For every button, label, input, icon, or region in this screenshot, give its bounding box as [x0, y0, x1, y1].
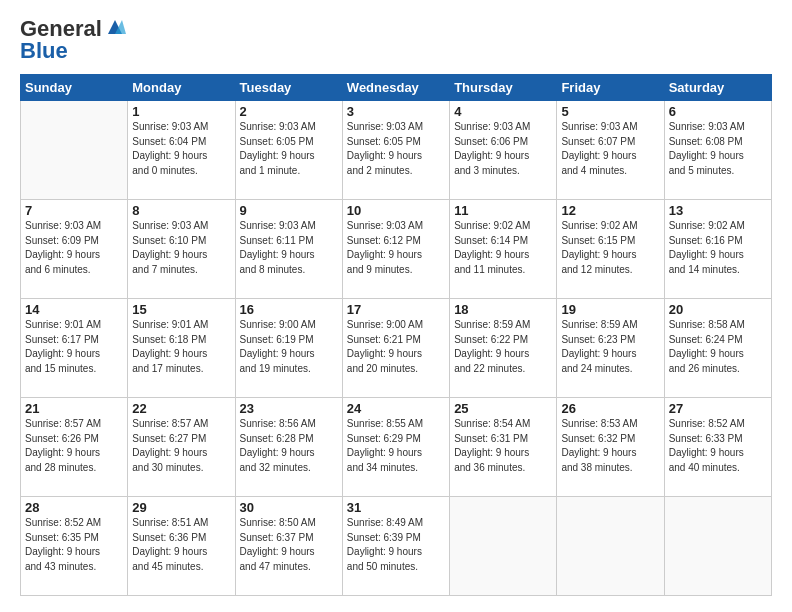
day-header: Saturday [664, 75, 771, 101]
header: General Blue [20, 16, 772, 64]
day-info: Sunrise: 9:03 AMSunset: 6:08 PMDaylight:… [669, 120, 767, 178]
day-number: 11 [454, 203, 552, 218]
day-cell: 29Sunrise: 8:51 AMSunset: 6:36 PMDayligh… [128, 497, 235, 596]
day-info: Sunrise: 9:02 AMSunset: 6:14 PMDaylight:… [454, 219, 552, 277]
day-number: 2 [240, 104, 338, 119]
day-info: Sunrise: 9:03 AMSunset: 6:10 PMDaylight:… [132, 219, 230, 277]
day-number: 29 [132, 500, 230, 515]
day-header: Wednesday [342, 75, 449, 101]
day-info: Sunrise: 9:03 AMSunset: 6:11 PMDaylight:… [240, 219, 338, 277]
day-cell: 24Sunrise: 8:55 AMSunset: 6:29 PMDayligh… [342, 398, 449, 497]
day-info: Sunrise: 9:00 AMSunset: 6:21 PMDaylight:… [347, 318, 445, 376]
week-row: 1Sunrise: 9:03 AMSunset: 6:04 PMDaylight… [21, 101, 772, 200]
day-number: 31 [347, 500, 445, 515]
day-info: Sunrise: 9:02 AMSunset: 6:15 PMDaylight:… [561, 219, 659, 277]
day-number: 22 [132, 401, 230, 416]
day-number: 20 [669, 302, 767, 317]
day-info: Sunrise: 8:55 AMSunset: 6:29 PMDaylight:… [347, 417, 445, 475]
logo: General Blue [20, 16, 126, 64]
day-header: Thursday [450, 75, 557, 101]
day-info: Sunrise: 9:01 AMSunset: 6:18 PMDaylight:… [132, 318, 230, 376]
day-info: Sunrise: 8:58 AMSunset: 6:24 PMDaylight:… [669, 318, 767, 376]
day-cell [21, 101, 128, 200]
header-row: SundayMondayTuesdayWednesdayThursdayFrid… [21, 75, 772, 101]
day-number: 14 [25, 302, 123, 317]
day-number: 24 [347, 401, 445, 416]
day-cell: 27Sunrise: 8:52 AMSunset: 6:33 PMDayligh… [664, 398, 771, 497]
day-cell: 7Sunrise: 9:03 AMSunset: 6:09 PMDaylight… [21, 200, 128, 299]
day-number: 27 [669, 401, 767, 416]
week-row: 28Sunrise: 8:52 AMSunset: 6:35 PMDayligh… [21, 497, 772, 596]
day-cell: 20Sunrise: 8:58 AMSunset: 6:24 PMDayligh… [664, 299, 771, 398]
day-cell: 10Sunrise: 9:03 AMSunset: 6:12 PMDayligh… [342, 200, 449, 299]
day-cell: 9Sunrise: 9:03 AMSunset: 6:11 PMDaylight… [235, 200, 342, 299]
day-info: Sunrise: 9:03 AMSunset: 6:04 PMDaylight:… [132, 120, 230, 178]
day-header: Sunday [21, 75, 128, 101]
day-info: Sunrise: 9:03 AMSunset: 6:09 PMDaylight:… [25, 219, 123, 277]
day-info: Sunrise: 9:03 AMSunset: 6:12 PMDaylight:… [347, 219, 445, 277]
day-number: 16 [240, 302, 338, 317]
day-cell: 25Sunrise: 8:54 AMSunset: 6:31 PMDayligh… [450, 398, 557, 497]
day-number: 4 [454, 104, 552, 119]
day-number: 15 [132, 302, 230, 317]
day-cell [450, 497, 557, 596]
day-info: Sunrise: 8:51 AMSunset: 6:36 PMDaylight:… [132, 516, 230, 574]
day-number: 18 [454, 302, 552, 317]
day-number: 30 [240, 500, 338, 515]
day-cell: 1Sunrise: 9:03 AMSunset: 6:04 PMDaylight… [128, 101, 235, 200]
day-info: Sunrise: 9:01 AMSunset: 6:17 PMDaylight:… [25, 318, 123, 376]
day-info: Sunrise: 8:52 AMSunset: 6:35 PMDaylight:… [25, 516, 123, 574]
day-cell: 28Sunrise: 8:52 AMSunset: 6:35 PMDayligh… [21, 497, 128, 596]
day-number: 5 [561, 104, 659, 119]
day-info: Sunrise: 8:59 AMSunset: 6:23 PMDaylight:… [561, 318, 659, 376]
day-number: 19 [561, 302, 659, 317]
day-cell: 8Sunrise: 9:03 AMSunset: 6:10 PMDaylight… [128, 200, 235, 299]
day-cell: 6Sunrise: 9:03 AMSunset: 6:08 PMDaylight… [664, 101, 771, 200]
day-info: Sunrise: 8:57 AMSunset: 6:27 PMDaylight:… [132, 417, 230, 475]
day-cell [557, 497, 664, 596]
day-cell: 3Sunrise: 9:03 AMSunset: 6:05 PMDaylight… [342, 101, 449, 200]
day-cell: 18Sunrise: 8:59 AMSunset: 6:22 PMDayligh… [450, 299, 557, 398]
day-cell: 11Sunrise: 9:02 AMSunset: 6:14 PMDayligh… [450, 200, 557, 299]
day-header: Monday [128, 75, 235, 101]
day-cell: 4Sunrise: 9:03 AMSunset: 6:06 PMDaylight… [450, 101, 557, 200]
day-cell: 30Sunrise: 8:50 AMSunset: 6:37 PMDayligh… [235, 497, 342, 596]
day-number: 26 [561, 401, 659, 416]
day-info: Sunrise: 9:03 AMSunset: 6:07 PMDaylight:… [561, 120, 659, 178]
day-cell: 17Sunrise: 9:00 AMSunset: 6:21 PMDayligh… [342, 299, 449, 398]
day-info: Sunrise: 8:52 AMSunset: 6:33 PMDaylight:… [669, 417, 767, 475]
day-header: Tuesday [235, 75, 342, 101]
day-info: Sunrise: 9:00 AMSunset: 6:19 PMDaylight:… [240, 318, 338, 376]
week-row: 14Sunrise: 9:01 AMSunset: 6:17 PMDayligh… [21, 299, 772, 398]
page: General Blue SundayMondayTuesdayWednesda… [0, 0, 792, 612]
day-cell: 5Sunrise: 9:03 AMSunset: 6:07 PMDaylight… [557, 101, 664, 200]
day-cell: 19Sunrise: 8:59 AMSunset: 6:23 PMDayligh… [557, 299, 664, 398]
day-cell: 14Sunrise: 9:01 AMSunset: 6:17 PMDayligh… [21, 299, 128, 398]
day-cell: 16Sunrise: 9:00 AMSunset: 6:19 PMDayligh… [235, 299, 342, 398]
day-cell: 15Sunrise: 9:01 AMSunset: 6:18 PMDayligh… [128, 299, 235, 398]
day-number: 13 [669, 203, 767, 218]
day-info: Sunrise: 8:56 AMSunset: 6:28 PMDaylight:… [240, 417, 338, 475]
day-number: 10 [347, 203, 445, 218]
day-number: 23 [240, 401, 338, 416]
day-info: Sunrise: 9:03 AMSunset: 6:06 PMDaylight:… [454, 120, 552, 178]
day-cell [664, 497, 771, 596]
day-info: Sunrise: 8:53 AMSunset: 6:32 PMDaylight:… [561, 417, 659, 475]
day-number: 12 [561, 203, 659, 218]
day-number: 9 [240, 203, 338, 218]
day-cell: 13Sunrise: 9:02 AMSunset: 6:16 PMDayligh… [664, 200, 771, 299]
day-number: 28 [25, 500, 123, 515]
calendar-table: SundayMondayTuesdayWednesdayThursdayFrid… [20, 74, 772, 596]
day-number: 21 [25, 401, 123, 416]
day-info: Sunrise: 8:57 AMSunset: 6:26 PMDaylight:… [25, 417, 123, 475]
day-number: 25 [454, 401, 552, 416]
day-info: Sunrise: 9:03 AMSunset: 6:05 PMDaylight:… [347, 120, 445, 178]
day-cell: 12Sunrise: 9:02 AMSunset: 6:15 PMDayligh… [557, 200, 664, 299]
day-cell: 26Sunrise: 8:53 AMSunset: 6:32 PMDayligh… [557, 398, 664, 497]
day-info: Sunrise: 8:49 AMSunset: 6:39 PMDaylight:… [347, 516, 445, 574]
logo-icon [104, 16, 126, 38]
day-number: 6 [669, 104, 767, 119]
day-info: Sunrise: 8:59 AMSunset: 6:22 PMDaylight:… [454, 318, 552, 376]
week-row: 7Sunrise: 9:03 AMSunset: 6:09 PMDaylight… [21, 200, 772, 299]
day-number: 1 [132, 104, 230, 119]
